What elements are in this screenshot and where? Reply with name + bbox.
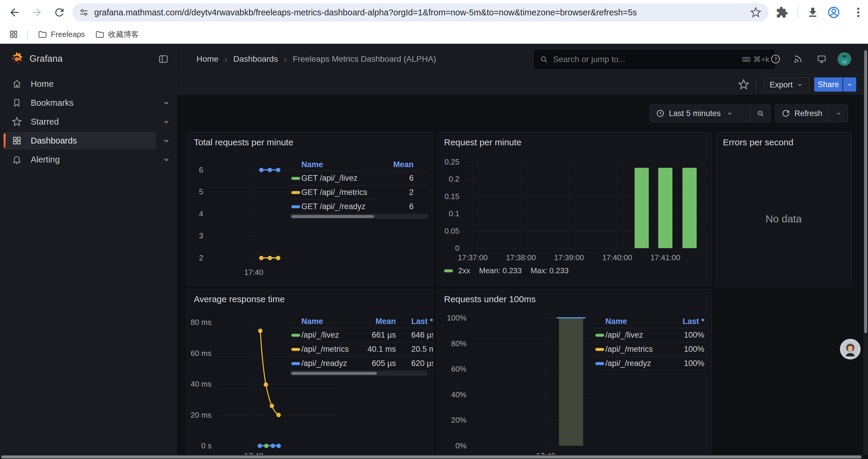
- y-tick: 0.05: [437, 227, 459, 236]
- profile-icon[interactable]: [827, 6, 840, 19]
- export-button[interactable]: Export: [764, 77, 809, 92]
- panel-title[interactable]: Request per minute: [444, 137, 522, 147]
- series-swatch-green: [444, 269, 453, 272]
- x-tick: 17:40: [244, 268, 263, 277]
- assistant-avatar[interactable]: [840, 339, 861, 359]
- bookmark-folder-freeleaps[interactable]: Freeleaps: [38, 28, 85, 40]
- forward-icon[interactable]: [31, 6, 43, 19]
- series-name[interactable]: GET /api/_/livez: [301, 174, 390, 183]
- legend-row[interactable]: /api/_/livez 661 µs 646 µs: [289, 328, 433, 342]
- collapse-sidebar-icon[interactable]: [158, 54, 169, 64]
- series-swatch-green: [595, 334, 604, 337]
- series-name[interactable]: /api/_/metrics: [301, 345, 366, 354]
- col-last[interactable]: Last *: [396, 317, 433, 326]
- panel-title[interactable]: Requests under 100ms: [444, 294, 536, 304]
- grafana-logo-icon[interactable]: [9, 52, 24, 67]
- sidebar-item-bookmarks[interactable]: Bookmarks: [4, 94, 156, 112]
- y-tick: 80%: [437, 339, 466, 348]
- col-name[interactable]: Name: [301, 317, 366, 326]
- chevron-down-icon[interactable]: [162, 136, 171, 145]
- refresh-button[interactable]: Refresh: [776, 105, 829, 122]
- col-last[interactable]: Last *: [672, 317, 704, 326]
- monitor-icon[interactable]: [816, 54, 827, 64]
- sidebar-item-dashboards[interactable]: Dashboards: [4, 132, 156, 150]
- news-rss-icon[interactable]: [793, 54, 803, 64]
- dashboard-actions-bar: Export Share: [177, 75, 868, 95]
- legend-row[interactable]: /api/_/readyz 605 µs 620 µs: [289, 357, 433, 371]
- gridline: [216, 384, 336, 384]
- search-input[interactable]: [553, 54, 737, 64]
- legend-row[interactable]: /api/_/readyz 100%: [593, 357, 704, 371]
- bookmark-folder-blogs[interactable]: 收藏博客: [95, 28, 139, 40]
- series-name[interactable]: /api/_/livez: [606, 330, 672, 340]
- series-name[interactable]: /api/_/readyz: [606, 359, 672, 368]
- series-mean: 40.1 ms: [366, 345, 396, 354]
- legend-row[interactable]: /api/_/livez 100%: [593, 328, 704, 342]
- table-scrollbar[interactable]: [290, 371, 428, 376]
- back-icon[interactable]: [8, 6, 21, 19]
- table-scrollbar[interactable]: [290, 214, 428, 219]
- favorite-star-icon[interactable]: [738, 79, 749, 90]
- sidebar-item-starred[interactable]: Starred: [4, 113, 156, 131]
- help-icon[interactable]: ?: [770, 54, 781, 64]
- sidebar-item-alerting[interactable]: Alerting: [4, 151, 156, 168]
- col-name[interactable]: Name: [301, 160, 390, 169]
- series-name[interactable]: GET /api/_/readyz: [301, 202, 390, 211]
- panel-title[interactable]: Errors per second: [723, 137, 793, 147]
- series-name[interactable]: /api/_/readyz: [301, 359, 366, 368]
- col-name[interactable]: Name: [606, 317, 672, 326]
- col-mean[interactable]: Mean: [390, 160, 428, 169]
- legend-header-row: Name Mean Last *: [289, 315, 433, 328]
- legend-row[interactable]: GET /api/_/livez 6: [289, 171, 428, 186]
- bookmarks-divider: [27, 29, 28, 40]
- series-name[interactable]: /api/_/metrics: [606, 345, 672, 354]
- legend-table: Name Mean GET /api/_/livez 6 GET /api/_/…: [289, 158, 428, 214]
- time-range-picker[interactable]: Last 5 minutes: [650, 105, 750, 122]
- apps-grid-icon[interactable]: [9, 30, 18, 39]
- breadcrumb-dashboards[interactable]: Dashboards: [234, 54, 278, 64]
- panel-title[interactable]: Average response time: [194, 294, 285, 304]
- zoom-out-icon: [756, 109, 764, 118]
- extensions-icon[interactable]: [776, 6, 788, 19]
- series-name[interactable]: /api/_/livez: [301, 330, 366, 340]
- user-avatar[interactable]: [838, 52, 851, 66]
- chevron-down-icon[interactable]: [162, 155, 171, 164]
- bell-icon: [12, 155, 22, 165]
- gridline: [569, 161, 569, 248]
- legend[interactable]: 2xx Mean: 0.233 Max: 0.233: [444, 266, 569, 275]
- breadcrumb-home[interactable]: Home: [196, 54, 219, 64]
- legend-series[interactable]: 2xx: [458, 266, 470, 275]
- menu-kebab-icon[interactable]: [852, 6, 864, 19]
- legend-row[interactable]: /api/_/metrics 40.1 ms 20.5 ms: [289, 342, 433, 357]
- chevron-down-icon[interactable]: [162, 98, 171, 107]
- sidebar-item-home[interactable]: Home: [4, 75, 156, 93]
- url-text[interactable]: grafana.mathmast.com/d/deytv4rwavabkb/fr…: [94, 8, 743, 18]
- share-label: Share: [818, 80, 839, 89]
- legend-row[interactable]: GET /api/_/readyz 6: [289, 200, 428, 214]
- zoom-out-button[interactable]: [751, 105, 770, 122]
- brand-title[interactable]: Grafana: [30, 54, 63, 64]
- scrollbar-thumb[interactable]: [1, 455, 862, 458]
- search-box[interactable]: ⌘+k: [533, 49, 776, 70]
- legend-row[interactable]: /api/_/metrics 100%: [593, 342, 704, 357]
- series-name[interactable]: GET /api/_/metrics: [301, 188, 390, 197]
- site-settings-icon[interactable]: [79, 7, 89, 18]
- chevron-down-icon[interactable]: [162, 117, 171, 126]
- scrollbar-thumb[interactable]: [864, 50, 867, 333]
- url-bar[interactable]: grafana.mathmast.com/d/deytv4rwavabkb/fr…: [72, 3, 769, 22]
- bookmark-star-icon[interactable]: [750, 7, 761, 18]
- actions-divider: [756, 78, 756, 91]
- reload-icon[interactable]: [53, 6, 66, 19]
- horizontal-scrollbar[interactable]: [0, 455, 863, 459]
- refresh-interval-button[interactable]: [829, 105, 848, 122]
- scrollbar-thumb[interactable]: [291, 372, 377, 375]
- share-button[interactable]: Share: [814, 77, 843, 92]
- share-menu-button[interactable]: [843, 77, 856, 92]
- legend-row[interactable]: GET /api/_/metrics 2: [289, 186, 428, 200]
- vertical-scrollbar[interactable]: [863, 44, 868, 455]
- breadcrumb-current[interactable]: Freeleaps Metrics Dashboard (ALPHA): [293, 54, 436, 64]
- scrollbar-thumb[interactable]: [291, 215, 374, 218]
- download-icon[interactable]: [807, 6, 819, 19]
- col-mean[interactable]: Mean: [366, 317, 396, 326]
- panel-title[interactable]: Total requests per minute: [194, 137, 293, 147]
